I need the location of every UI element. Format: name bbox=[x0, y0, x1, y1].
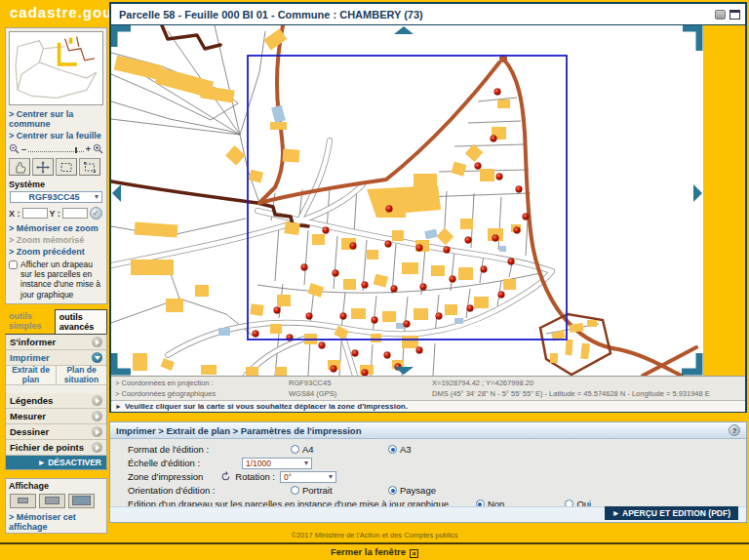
maximize-icon[interactable] bbox=[729, 10, 740, 20]
x-coordinate-input[interactable] bbox=[22, 208, 48, 219]
print-icon[interactable] bbox=[715, 10, 726, 20]
tool-legendes-label: Légendes bbox=[10, 395, 53, 406]
tool-imprimer[interactable]: Imprimer bbox=[6, 350, 106, 366]
slider-minus[interactable]: – bbox=[21, 144, 26, 154]
orientation-portrait-option[interactable]: Portrait bbox=[291, 485, 388, 496]
rotation-select[interactable]: 0°▾ bbox=[280, 471, 336, 483]
overview-minimap[interactable] bbox=[9, 31, 103, 105]
radio-a3[interactable] bbox=[388, 445, 397, 454]
print-panel-header: Imprimer > Extrait de plan > Paramètres … bbox=[110, 422, 746, 439]
rotate-icon[interactable] bbox=[220, 471, 231, 482]
zoom-box-tool[interactable] bbox=[56, 158, 77, 176]
tool-dessiner[interactable]: Dessiner bbox=[6, 424, 106, 440]
rotation-row: Zone d'impression Rotation : 0°▾ bbox=[128, 470, 746, 483]
desactiver-button[interactable]: ► DÉSACTIVER bbox=[6, 456, 106, 469]
pan-down-arrow[interactable] bbox=[394, 367, 414, 375]
zoom-in-icon[interactable] bbox=[93, 143, 103, 154]
previous-zoom-link[interactable]: > Zoom précédent bbox=[6, 246, 106, 258]
radio-portrait[interactable] bbox=[291, 486, 299, 495]
print-panel-footer: ► APERÇU ET EDITION (PDF) bbox=[110, 506, 746, 522]
tools-accordion: S'informer Imprimer Extrait de plan Plan… bbox=[5, 334, 107, 470]
pan-hand-tool[interactable] bbox=[9, 158, 30, 176]
show-flag-label: Afficher un drapeau sur les parcelles en… bbox=[20, 260, 103, 300]
close-icon[interactable]: × bbox=[410, 549, 418, 558]
y-coordinate-input[interactable] bbox=[62, 208, 88, 219]
instruction-text: Veuillez cliquer sur la carte si vous so… bbox=[125, 402, 408, 411]
validate-coordinates-button[interactable]: ✓ bbox=[90, 207, 102, 220]
full-extent-tool[interactable] bbox=[79, 158, 100, 176]
projection-system-value: RGF93CC45 bbox=[28, 192, 79, 202]
scale-row: Échelle d'édition : 1/1000▾ bbox=[128, 457, 746, 469]
zoom-slider[interactable] bbox=[28, 145, 84, 152]
close-window-link[interactable]: Fermer la fenêtre bbox=[331, 546, 406, 557]
tab-outils-simples[interactable]: outils simples bbox=[5, 309, 55, 334]
format-a3-label: A3 bbox=[400, 444, 412, 455]
display-small-button[interactable] bbox=[10, 494, 36, 508]
slider-plus[interactable]: + bbox=[86, 144, 91, 154]
pan-up-arrow[interactable] bbox=[394, 26, 414, 34]
selection-rectangle-icon bbox=[59, 161, 73, 174]
expand-arrow-icon[interactable] bbox=[92, 411, 102, 421]
format-a3-option[interactable]: A3 bbox=[388, 444, 412, 455]
imprimer-sub-row: Extrait de plan Plan de situation bbox=[6, 366, 106, 385]
format-a4-option[interactable]: A4 bbox=[291, 444, 388, 455]
apercu-edition-pdf-button[interactable]: ► APERÇU ET EDITION (PDF) bbox=[605, 506, 738, 520]
window-title: Parcelle 58 - Feuille 000 BI 01 - Commun… bbox=[119, 9, 711, 20]
tool-sinformer[interactable]: S'informer bbox=[6, 335, 106, 350]
map-window: Parcelle 58 - Feuille 000 BI 01 - Commun… bbox=[109, 2, 747, 413]
large-building bbox=[367, 185, 441, 218]
copyright-text: ©2017 Ministère de l'Action et des Compt… bbox=[0, 531, 749, 540]
y-label: Y : bbox=[50, 209, 60, 219]
tab-outils-avances[interactable]: outils avancés bbox=[55, 309, 107, 334]
map-area bbox=[111, 25, 745, 376]
format-row: Format de l'édition : A4 A3 bbox=[128, 443, 746, 456]
radio-a4[interactable] bbox=[291, 445, 299, 454]
close-window-bar: Fermer la fenêtre× bbox=[0, 546, 749, 558]
expand-arrow-icon[interactable] bbox=[92, 395, 102, 406]
tool-mesurer-label: Mesurer bbox=[10, 411, 46, 421]
expand-arrow-icon[interactable] bbox=[92, 426, 102, 437]
recenter-tool[interactable] bbox=[32, 158, 54, 176]
tool-mesurer[interactable]: Mesurer bbox=[6, 409, 106, 424]
footer-divider bbox=[0, 542, 749, 544]
zoom-slider-row: – + bbox=[6, 141, 106, 156]
display-medium-button[interactable] bbox=[39, 494, 65, 508]
tool-legendes[interactable]: Légendes bbox=[6, 393, 106, 409]
memorize-zoom-link[interactable]: > Mémoriser ce zoom bbox=[6, 222, 106, 234]
chevron-down-icon: ▾ bbox=[95, 193, 99, 201]
map-canvas[interactable] bbox=[111, 25, 703, 376]
print-parameters-panel: Imprimer > Extrait de plan > Paramètres … bbox=[109, 421, 747, 523]
tool-fichier-de-points[interactable]: Fichier de points bbox=[6, 440, 106, 456]
arrow-right-icon: ► bbox=[612, 508, 622, 518]
paysage-label: Paysage bbox=[400, 485, 436, 496]
affichage-panel: Affichage > Mémoriser cet affichage bbox=[5, 478, 107, 534]
help-icon[interactable]: ? bbox=[729, 424, 740, 436]
projection-system-select[interactable]: RGF93CC45▾ bbox=[10, 191, 102, 203]
pan-left-arrow[interactable] bbox=[112, 184, 121, 202]
orientation-paysage-option[interactable]: Paysage bbox=[388, 485, 436, 496]
memorized-zoom-link: > Zoom mémorisé bbox=[6, 234, 106, 246]
zoom-slider-handle[interactable] bbox=[75, 147, 77, 153]
radio-paysage[interactable] bbox=[388, 486, 397, 495]
expand-arrow-icon[interactable] bbox=[92, 442, 102, 453]
show-flag-checkbox[interactable] bbox=[9, 260, 18, 269]
display-large-button[interactable] bbox=[68, 494, 95, 508]
expand-arrow-icon[interactable] bbox=[92, 337, 102, 347]
tools-tabs: outils simples outils avancés bbox=[5, 309, 107, 334]
chevron-down-icon: ▾ bbox=[304, 459, 308, 467]
pan-right-arrow[interactable] bbox=[693, 184, 702, 202]
instruction-message: ►Veuillez cliquer sur la carte si vous s… bbox=[111, 400, 745, 412]
map-tools-row bbox=[6, 156, 106, 178]
collapse-arrow-icon[interactable] bbox=[92, 352, 102, 363]
zoom-out-icon[interactable] bbox=[9, 143, 20, 154]
center-on-commune-link[interactable]: > Centrer sur la commune bbox=[6, 108, 106, 130]
plan-de-situation-link[interactable]: Plan de situation bbox=[57, 365, 106, 384]
coordinates-infobar: > Coordonnées en projection : RGF93CC45 … bbox=[111, 376, 745, 400]
format-label: Format de l'édition : bbox=[128, 444, 291, 455]
scale-value: 1/1000 bbox=[246, 459, 271, 468]
geographic-system: WGS84 (GPS) bbox=[289, 389, 432, 398]
extrait-de-plan-link[interactable]: Extrait de plan bbox=[6, 365, 57, 384]
center-on-sheet-link[interactable]: > Centrer sur la feuille bbox=[6, 130, 106, 141]
memorize-display-link[interactable]: > Mémoriser cet affichage bbox=[6, 511, 106, 533]
scale-select[interactable]: 1/1000▾ bbox=[242, 458, 312, 469]
